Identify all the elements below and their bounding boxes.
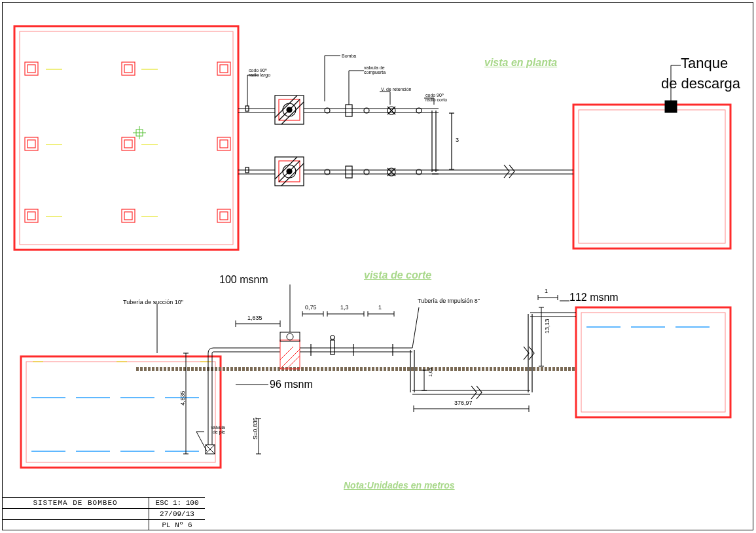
- section-suction: [206, 348, 280, 454]
- svg-rect-103: [581, 313, 725, 412]
- svg-rect-31: [665, 101, 677, 112]
- dim-37697: 376,97: [454, 400, 473, 406]
- codo-90-largo-label: codo 90º radio largo: [249, 68, 270, 78]
- units-note: Nota:Unidades en metros: [344, 481, 455, 490]
- bomba-label: Bomba: [342, 54, 356, 58]
- svg-rect-17: [124, 212, 132, 220]
- diagram-svg: [0, 0, 756, 533]
- svg-rect-12: [217, 137, 230, 150]
- svg-rect-19: [220, 212, 228, 220]
- discharge-tank-label2: de descarga: [661, 76, 740, 91]
- dim-1b: 1: [545, 288, 548, 294]
- svg-rect-8: [25, 137, 38, 150]
- dim-075: 0,75: [305, 305, 317, 311]
- dim-1635: 1,635: [247, 315, 262, 321]
- svg-rect-46: [346, 105, 352, 116]
- plan-leaders: [247, 56, 434, 106]
- level-100-label: 100 msnm: [219, 275, 268, 286]
- dim-s0835: S=0,835: [253, 417, 259, 439]
- plan-tank-right: [573, 65, 730, 249]
- codo-90-corto-label: codo 90º radio corto: [425, 93, 447, 103]
- title-block-sheet: PL Nº 6: [149, 520, 205, 530]
- plan-tank-left: [14, 26, 238, 250]
- dim-1: 1: [378, 305, 382, 311]
- svg-rect-6: [217, 62, 230, 75]
- dim-13: 1,3: [340, 305, 349, 311]
- level-96-label: 96 msnm: [270, 379, 313, 390]
- svg-rect-30: [579, 110, 725, 243]
- plan-view-title: vista en planta: [484, 58, 557, 69]
- dim-4835: 4,835: [180, 390, 186, 405]
- svg-line-172: [412, 307, 419, 348]
- section-view-title: vista de corte: [364, 270, 431, 281]
- svg-point-43: [287, 107, 292, 112]
- tuberia-succion-label: Tubería de succión 10": [123, 300, 183, 305]
- svg-rect-65: [346, 166, 352, 178]
- svg-rect-9: [27, 140, 35, 148]
- svg-point-124: [331, 335, 334, 339]
- discharge-tank-label1: Tanque: [681, 56, 728, 71]
- svg-rect-115: [280, 340, 300, 369]
- svg-rect-7: [220, 65, 228, 73]
- svg-rect-102: [576, 307, 730, 417]
- svg-rect-16: [122, 209, 135, 222]
- dim-105: 1,05: [428, 368, 433, 377]
- svg-point-62: [287, 169, 292, 174]
- svg-rect-1: [20, 31, 233, 245]
- svg-rect-123: [331, 340, 334, 354]
- title-block-title: SISTEMA DE BOMBEO: [2, 498, 149, 508]
- section-tank-right: [576, 307, 730, 417]
- svg-rect-2: [25, 62, 38, 75]
- svg-rect-29: [573, 105, 730, 249]
- svg-rect-14: [25, 209, 38, 222]
- svg-rect-3: [27, 65, 35, 73]
- valv-compuerta-label: valvula de compuerta: [364, 65, 386, 75]
- tuberia-impulsion-label: Tubería de Impulsión 8": [418, 298, 480, 304]
- section-pump: [280, 332, 300, 369]
- level-112-label: 112 msnm: [569, 292, 619, 303]
- plan-pipes: [238, 95, 573, 186]
- v-retencion-label: V. de retención: [381, 87, 411, 92]
- svg-rect-15: [27, 212, 35, 220]
- svg-rect-18: [217, 209, 230, 222]
- engineering-diagram: vista en planta vista de corte Nota:Unid…: [0, 0, 756, 533]
- valvula-pie-label: válvula de pie: [199, 425, 225, 435]
- svg-point-120: [287, 334, 293, 340]
- dim-1313: 13,13: [545, 318, 550, 334]
- title-block: SISTEMA DE BOMBEO ESC 1: 100 27/09/13 PL…: [2, 497, 205, 530]
- title-block-date: 27/09/13: [149, 509, 205, 519]
- svg-rect-11: [124, 140, 132, 148]
- svg-rect-5: [124, 65, 132, 73]
- dim-3-label: 3: [456, 137, 459, 143]
- section-impulsion: [300, 313, 576, 399]
- title-block-scale: ESC 1: 100: [149, 498, 205, 508]
- svg-rect-10: [122, 137, 135, 150]
- svg-rect-90: [26, 362, 215, 462]
- svg-rect-4: [122, 62, 135, 75]
- svg-rect-13: [220, 140, 228, 148]
- section-tank-left: [21, 356, 221, 468]
